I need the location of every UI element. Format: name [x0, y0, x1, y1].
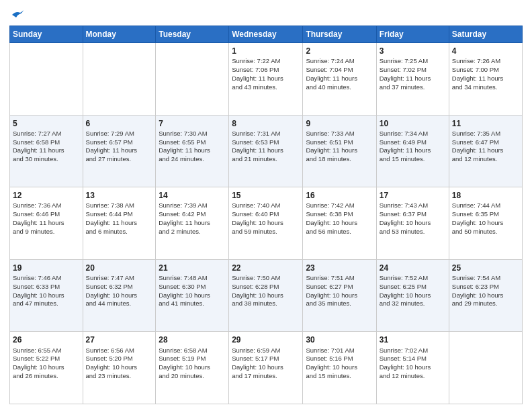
day-number: 10 — [380, 118, 446, 129]
day-info: Sunset: 6:58 PM — [13, 138, 80, 147]
day-info: Daylight: 10 hours — [13, 291, 80, 300]
day-info: Sunset: 6:42 PM — [159, 210, 226, 219]
day-info: Daylight: 11 hours — [380, 146, 446, 155]
day-info: Daylight: 11 hours — [452, 75, 519, 83]
day-info: Sunrise: 7:52 AM — [380, 274, 446, 283]
day-info: Sunrise: 7:30 AM — [159, 130, 226, 138]
day-info: Sunset: 6:28 PM — [232, 283, 300, 291]
day-info: Sunset: 7:06 PM — [232, 66, 300, 75]
day-info: Daylight: 10 hours — [232, 291, 300, 300]
day-number: 9 — [306, 118, 373, 129]
day-info: Daylight: 11 hours — [306, 146, 373, 155]
day-info: Daylight: 10 hours — [86, 291, 153, 300]
day-info: and 30 minutes. — [13, 155, 80, 164]
day-info: Sunset: 5:20 PM — [86, 355, 153, 363]
day-number: 17 — [380, 190, 446, 201]
day-info: and 23 minutes. — [86, 372, 153, 381]
day-number: 22 — [232, 263, 300, 273]
day-info: and 34 minutes. — [452, 83, 519, 92]
day-info: Sunrise: 7:33 AM — [306, 130, 373, 138]
calendar-cell: 24Sunrise: 7:52 AMSunset: 6:25 PMDayligh… — [376, 259, 449, 332]
day-number: 5 — [13, 118, 80, 129]
day-info: Sunset: 6:40 PM — [232, 210, 300, 219]
day-info: Daylight: 11 hours — [306, 75, 373, 83]
day-info: Daylight: 11 hours — [86, 219, 153, 228]
day-info: Sunrise: 7:36 AM — [13, 201, 80, 210]
day-info: Daylight: 11 hours — [13, 146, 80, 155]
day-info: Sunset: 5:19 PM — [159, 355, 226, 363]
day-info: Sunset: 5:22 PM — [13, 355, 80, 363]
day-info: and 15 minutes. — [380, 155, 446, 164]
week-row-4: 26Sunrise: 6:55 AMSunset: 5:22 PMDayligh… — [10, 332, 523, 404]
calendar-cell: 20Sunrise: 7:47 AMSunset: 6:32 PMDayligh… — [83, 259, 156, 332]
day-number: 6 — [86, 118, 153, 129]
day-info: Sunrise: 7:27 AM — [13, 130, 80, 138]
day-info: Sunrise: 7:24 AM — [306, 57, 373, 66]
day-number: 3 — [380, 46, 446, 56]
day-info: Sunset: 6:32 PM — [86, 283, 153, 291]
calendar-cell: 29Sunrise: 6:59 AMSunset: 5:17 PMDayligh… — [229, 332, 303, 404]
day-info: Sunrise: 7:43 AM — [380, 201, 446, 210]
day-info: and 35 minutes. — [306, 300, 373, 308]
calendar-cell: 13Sunrise: 7:38 AMSunset: 6:44 PMDayligh… — [83, 187, 156, 260]
day-info: Sunset: 6:23 PM — [452, 283, 519, 291]
calendar-cell: 22Sunrise: 7:50 AMSunset: 6:28 PMDayligh… — [229, 259, 303, 332]
day-info: Sunset: 6:47 PM — [452, 138, 519, 147]
day-info: Sunset: 7:00 PM — [452, 66, 519, 75]
weekday-header-thursday: Thursday — [303, 26, 376, 43]
calendar-cell: 27Sunrise: 6:56 AMSunset: 5:20 PMDayligh… — [83, 332, 156, 404]
day-info: and 20 minutes. — [159, 372, 226, 381]
day-info: Sunset: 7:02 PM — [380, 66, 446, 75]
day-info: and 9 minutes. — [13, 228, 80, 236]
day-info: Daylight: 10 hours — [159, 291, 226, 300]
day-info: and 47 minutes. — [13, 300, 80, 308]
day-info: and 6 minutes. — [86, 228, 153, 236]
day-info: Sunset: 6:55 PM — [159, 138, 226, 147]
calendar-cell: 12Sunrise: 7:36 AMSunset: 6:46 PMDayligh… — [10, 187, 83, 260]
page: SundayMondayTuesdayWednesdayThursdayFrid… — [0, 0, 532, 411]
day-info: Sunset: 6:27 PM — [306, 283, 373, 291]
day-info: Sunrise: 7:25 AM — [380, 57, 446, 66]
day-info: Daylight: 10 hours — [380, 219, 446, 228]
day-info: and 18 minutes. — [306, 155, 373, 164]
day-number: 30 — [306, 334, 373, 345]
logo — [9, 9, 24, 20]
calendar-cell: 8Sunrise: 7:31 AMSunset: 6:53 PMDaylight… — [229, 115, 303, 187]
calendar-cell — [449, 332, 522, 404]
day-number: 25 — [452, 263, 519, 273]
day-number: 8 — [232, 118, 300, 129]
day-info: and 59 minutes. — [232, 228, 300, 236]
calendar-cell: 11Sunrise: 7:35 AMSunset: 6:47 PMDayligh… — [449, 115, 522, 187]
day-info: and 56 minutes. — [306, 228, 373, 236]
calendar-cell: 2Sunrise: 7:24 AMSunset: 7:04 PMDaylight… — [303, 43, 376, 116]
day-info: Daylight: 11 hours — [159, 219, 226, 228]
calendar-cell: 17Sunrise: 7:43 AMSunset: 6:37 PMDayligh… — [376, 187, 449, 260]
day-info: Sunset: 6:30 PM — [159, 283, 226, 291]
day-info: Daylight: 11 hours — [232, 146, 300, 155]
calendar-cell: 21Sunrise: 7:48 AMSunset: 6:30 PMDayligh… — [156, 259, 229, 332]
day-number: 1 — [232, 46, 300, 56]
day-info: Sunrise: 7:54 AM — [452, 274, 519, 283]
day-info: and 44 minutes. — [86, 300, 153, 308]
calendar-cell: 25Sunrise: 7:54 AMSunset: 6:23 PMDayligh… — [449, 259, 522, 332]
week-row-1: 5Sunrise: 7:27 AMSunset: 6:58 PMDaylight… — [10, 115, 523, 187]
weekday-header-sunday: Sunday — [10, 26, 83, 43]
calendar-cell: 18Sunrise: 7:44 AMSunset: 6:35 PMDayligh… — [449, 187, 522, 260]
day-info: Daylight: 10 hours — [159, 363, 226, 372]
day-info: and 12 minutes. — [380, 372, 446, 381]
calendar-cell: 16Sunrise: 7:42 AMSunset: 6:38 PMDayligh… — [303, 187, 376, 260]
day-info: Daylight: 10 hours — [380, 363, 446, 372]
day-info: and 17 minutes. — [232, 372, 300, 381]
day-number: 23 — [306, 263, 373, 273]
day-number: 15 — [232, 190, 300, 201]
calendar-cell: 26Sunrise: 6:55 AMSunset: 5:22 PMDayligh… — [10, 332, 83, 404]
day-number: 4 — [452, 46, 519, 56]
day-info: Sunset: 5:16 PM — [306, 355, 373, 363]
day-info: Sunset: 6:51 PM — [306, 138, 373, 147]
day-info: Sunrise: 7:02 AM — [380, 347, 446, 355]
day-info: and 2 minutes. — [159, 228, 226, 236]
day-info: Daylight: 10 hours — [306, 363, 373, 372]
calendar-cell: 30Sunrise: 7:01 AMSunset: 5:16 PMDayligh… — [303, 332, 376, 404]
day-info: Daylight: 11 hours — [232, 75, 300, 83]
day-info: Sunset: 6:38 PM — [306, 210, 373, 219]
